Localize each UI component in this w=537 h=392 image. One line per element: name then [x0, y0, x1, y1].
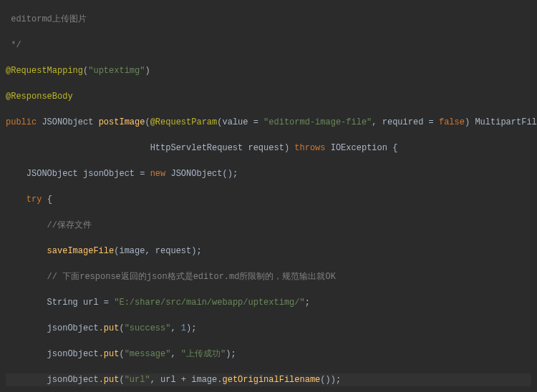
- string-literal: "editormd-image-file": [263, 117, 372, 127]
- parameter: request: [248, 143, 284, 153]
- param-label: , required =: [372, 117, 439, 127]
- string-literal: "E:/share/src/main/webapp/uptextimg/": [114, 298, 304, 308]
- variable: url: [83, 298, 99, 308]
- code-line: // 下面response返回的json格式是editor.md所限制的，规范输…: [6, 270, 531, 283]
- code-line: String url = "E:/share/src/main/webapp/u…: [6, 296, 531, 309]
- keyword: try: [26, 195, 42, 205]
- annotation: @ResponseBody: [6, 92, 73, 102]
- keyword: new: [150, 169, 166, 179]
- comment-text: //保存文件: [47, 220, 92, 230]
- type: IOException: [331, 143, 387, 153]
- code-line: */: [6, 39, 531, 52]
- type: HttpServletRequest: [150, 143, 243, 153]
- comment-text: */: [6, 40, 21, 50]
- annotation: @RequestParam: [150, 117, 218, 127]
- annotation: @RequestMapping: [6, 66, 83, 76]
- method-call: put: [104, 323, 120, 333]
- string-literal: "url": [125, 375, 150, 385]
- comment-text: // 下面response返回的json格式是editor.md所限制的，规范输…: [47, 272, 336, 282]
- keyword: false: [439, 117, 465, 127]
- code-line: @RequestMapping("uptextimg"): [6, 64, 531, 77]
- code-line: try {: [6, 193, 531, 206]
- string-literal: "message": [125, 349, 171, 359]
- variable: jsonObject: [83, 169, 135, 179]
- type: String: [47, 298, 78, 308]
- code-line: saveImageFile(image, request);: [6, 245, 531, 258]
- code-line: editormd上传图片: [6, 13, 531, 26]
- method-call: put: [104, 349, 120, 359]
- keyword: throws: [294, 143, 325, 153]
- comment-text: editormd上传图片: [6, 14, 87, 24]
- keyword: public: [6, 117, 37, 127]
- string-literal: "上传成功": [181, 349, 226, 359]
- number-literal: 1: [181, 323, 186, 333]
- code-editor[interactable]: editormd上传图片 */ @RequestMapping("uptexti…: [0, 0, 537, 392]
- code-line: @ResponseBody: [6, 90, 531, 103]
- type: JSONObject: [170, 169, 222, 179]
- type: JSONObject: [26, 169, 78, 179]
- method-call: saveImageFile: [47, 246, 115, 256]
- method-call: getOriginalFilename: [222, 375, 320, 385]
- param-label: value =: [222, 117, 263, 127]
- code-line-highlighted: jsonObject.put("url", url + image.getOri…: [6, 373, 531, 386]
- code-line: JSONObject jsonObject = new JSONObject()…: [6, 167, 531, 180]
- code-line: HttpServletRequest request) throws IOExc…: [6, 142, 531, 155]
- string-literal: "success": [125, 323, 171, 333]
- type: MultipartFile: [475, 117, 537, 127]
- code-line: public JSONObject postImage(@RequestPara…: [6, 116, 531, 129]
- method-name: postImage: [99, 117, 145, 127]
- code-line: jsonObject.put("success", 1);: [6, 322, 531, 335]
- string-literal: "uptextimg": [88, 66, 145, 76]
- method-call: put: [104, 375, 120, 385]
- code-line: //保存文件: [6, 219, 531, 232]
- type: JSONObject: [42, 117, 93, 127]
- code-line: jsonObject.put("message", "上传成功");: [6, 348, 531, 361]
